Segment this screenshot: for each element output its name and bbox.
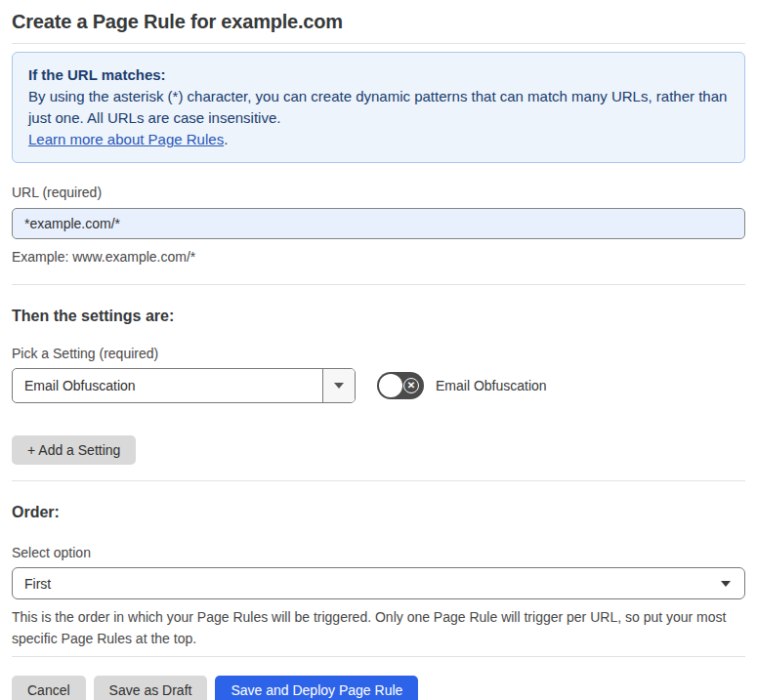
create-page-rule-form: Create a Page Rule for example.com If th… (0, 0, 757, 700)
settings-section-heading: Then the settings are: (12, 307, 745, 325)
chevron-down-icon (334, 383, 344, 389)
toggle-label: Email Obfuscation (436, 378, 547, 393)
url-field-label: URL (required) (12, 185, 745, 200)
divider (12, 43, 745, 44)
info-link-line: Learn more about Page Rules. (28, 129, 729, 150)
url-example-helper: Example: www.example.com/* (12, 247, 745, 268)
toggle-off-icon: ✕ (403, 378, 419, 393)
order-section-heading: Order: (12, 503, 745, 521)
email-obfuscation-toggle[interactable]: ✕ (377, 372, 424, 399)
setting-select-arrow-button[interactable] (322, 369, 355, 402)
divider (12, 480, 745, 481)
url-input[interactable] (12, 208, 745, 239)
pick-setting-label: Pick a Setting (required) (12, 346, 745, 361)
save-deploy-button[interactable]: Save and Deploy Page Rule (215, 676, 418, 700)
divider (12, 656, 745, 657)
setting-select-value: Email Obfuscation (13, 369, 322, 402)
setting-picker-row: Email Obfuscation ✕ Email Obfuscation (12, 368, 745, 403)
order-select[interactable]: First (12, 567, 745, 599)
order-select-label: Select option (12, 545, 745, 560)
info-box-body: By using the asterisk (*) character, you… (28, 86, 729, 129)
learn-more-link[interactable]: Learn more about Page Rules (28, 131, 224, 147)
chevron-down-icon (721, 581, 731, 587)
url-match-info-box: If the URL matches: By using the asteris… (12, 52, 745, 163)
footer-actions: Cancel Save as Draft Save and Deploy Pag… (12, 676, 745, 700)
page-title: Create a Page Rule for example.com (12, 10, 745, 33)
link-period: . (224, 131, 228, 147)
divider (12, 284, 745, 285)
order-helper-text: This is the order in which your Page Rul… (12, 606, 739, 649)
info-box-heading: If the URL matches: (28, 64, 729, 86)
cancel-button[interactable]: Cancel (12, 676, 86, 700)
setting-select[interactable]: Email Obfuscation (12, 368, 356, 403)
order-select-value: First (24, 576, 51, 592)
toggle-knob (379, 374, 402, 397)
save-draft-button[interactable]: Save as Draft (94, 676, 208, 700)
add-setting-button[interactable]: + Add a Setting (12, 435, 136, 465)
